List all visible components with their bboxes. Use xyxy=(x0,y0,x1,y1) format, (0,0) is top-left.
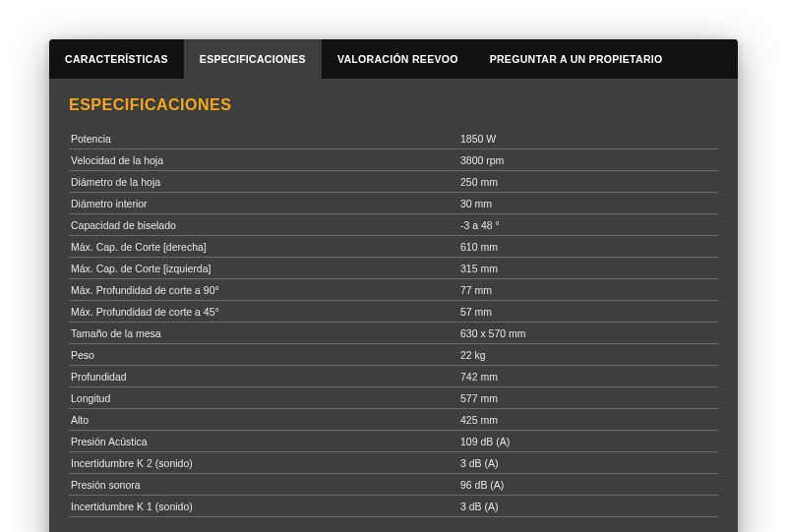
spec-value: 1850 W xyxy=(458,128,718,149)
spec-label: Peso xyxy=(69,344,458,366)
table-row: Velocidad de la hoja3800 rpm xyxy=(69,149,718,171)
table-row: Máx. Cap. de Corte [izquierda]315 mm xyxy=(69,258,718,279)
spec-label: Potencia xyxy=(69,128,458,149)
spec-label: Incertidumbre K 1 (sonido) xyxy=(69,496,458,517)
spec-value: 3 dB (A) xyxy=(458,496,718,517)
spec-label: Velocidad de la hoja xyxy=(69,149,458,171)
table-row: Tamaño de la mesa630 x 570 mm xyxy=(69,323,718,344)
spec-value: 22 kg xyxy=(458,344,718,366)
spec-value: 742 mm xyxy=(458,366,718,387)
spec-label: Capacidad de biselado xyxy=(69,214,458,236)
table-row: Profundidad742 mm xyxy=(69,366,718,387)
spec-label: Diámetro interior xyxy=(69,193,458,214)
spec-value: 3 dB (A) xyxy=(458,452,718,474)
spec-value: 610 mm xyxy=(458,236,718,258)
table-row: Máx. Cap. de Corte [derecha]610 mm xyxy=(69,236,718,258)
table-row: Alto425 mm xyxy=(69,409,718,431)
spec-value: 577 mm xyxy=(458,387,718,409)
tab-caracteristicas[interactable]: CARACTERÍSTICAS xyxy=(49,39,184,79)
spec-label: Incertidumbre K 2 (sonido) xyxy=(69,452,458,474)
spec-label: Máx. Profundidad de corte a 45° xyxy=(69,301,458,323)
table-row: Incertidumbre K 2 (sonido)3 dB (A) xyxy=(69,452,718,474)
table-row: Potencia1850 W xyxy=(69,128,718,149)
spec-value: 425 mm xyxy=(458,409,718,431)
table-row: Diámetro interior30 mm xyxy=(69,193,718,214)
panel-heading: ESPECIFICACIONES xyxy=(69,96,718,114)
spec-value: 57 mm xyxy=(458,301,718,323)
table-row: Máx. Profundidad de corte a 45°57 mm xyxy=(69,301,718,323)
spec-label: Alto xyxy=(69,409,458,431)
spec-label: Máx. Profundidad de corte a 90° xyxy=(69,279,458,301)
spec-value: 77 mm xyxy=(458,279,718,301)
spec-label: Diámetro de la hoja xyxy=(69,171,458,193)
spec-value: 315 mm xyxy=(458,258,718,279)
tab-bar: CARACTERÍSTICAS ESPECIFICACIONES VALORAC… xyxy=(49,39,738,79)
table-row: Peso22 kg xyxy=(69,344,718,366)
spec-label: Máx. Cap. de Corte [izquierda] xyxy=(69,258,458,279)
spec-label: Profundidad xyxy=(69,366,458,387)
table-row: Capacidad de biselado-3 a 48 ° xyxy=(69,214,718,236)
table-row: Longitud577 mm xyxy=(69,387,718,409)
spec-value: 250 mm xyxy=(458,171,718,193)
tab-valoracion-reevoo[interactable]: VALORACIÓN REEVOO xyxy=(322,39,474,79)
spec-value: 96 dB (A) xyxy=(458,474,718,496)
spec-value: 3800 rpm xyxy=(458,149,718,171)
spec-value: -3 a 48 ° xyxy=(458,214,718,236)
spec-label: Longitud xyxy=(69,387,458,409)
spec-value: 630 x 570 mm xyxy=(458,323,718,344)
spec-label: Presión sonora xyxy=(69,474,458,496)
tab-preguntar-propietario[interactable]: PREGUNTAR A UN PROPIETARIO xyxy=(474,39,679,79)
table-row: Presión sonora96 dB (A) xyxy=(69,474,718,496)
spec-label: Máx. Cap. de Corte [derecha] xyxy=(69,236,458,258)
table-row: Presión Acústica109 dB (A) xyxy=(69,431,718,452)
table-row: Diámetro de la hoja250 mm xyxy=(69,171,718,193)
spec-value: 109 dB (A) xyxy=(458,431,718,452)
spec-card: CARACTERÍSTICAS ESPECIFICACIONES VALORAC… xyxy=(49,39,738,532)
spec-value: 30 mm xyxy=(458,193,718,214)
spec-table: Potencia1850 W Velocidad de la hoja3800 … xyxy=(69,128,718,517)
spec-panel: ESPECIFICACIONES Potencia1850 W Velocida… xyxy=(49,79,738,532)
tab-especificaciones[interactable]: ESPECIFICACIONES xyxy=(184,39,322,79)
spec-table-body: Potencia1850 W Velocidad de la hoja3800 … xyxy=(69,128,718,517)
table-row: Incertidumbre K 1 (sonido)3 dB (A) xyxy=(69,496,718,517)
spec-label: Tamaño de la mesa xyxy=(69,323,458,344)
spec-label: Presión Acústica xyxy=(69,431,458,452)
table-row: Máx. Profundidad de corte a 90°77 mm xyxy=(69,279,718,301)
